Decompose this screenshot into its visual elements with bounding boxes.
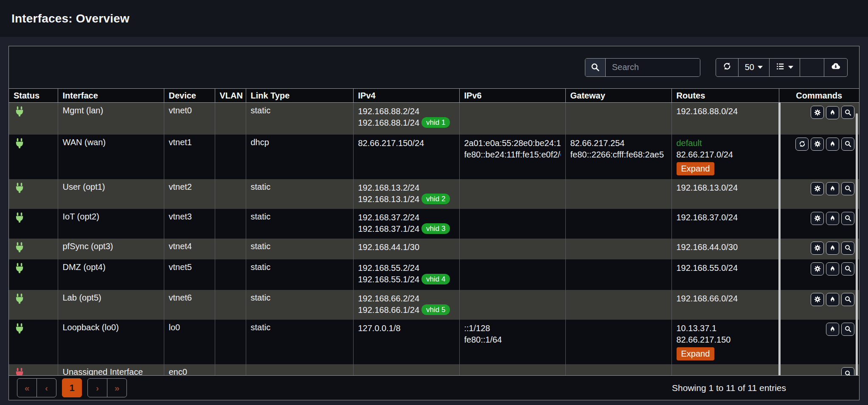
plug-up-icon [14, 142, 25, 151]
route-entry: 192.168.44.0/30 [677, 242, 774, 253]
gear-command-button[interactable] [811, 242, 824, 255]
search-command-button[interactable] [841, 106, 854, 119]
ipv6-cell [459, 179, 565, 209]
column-header-link-type[interactable]: Link Type [246, 89, 353, 103]
search-command-button[interactable] [841, 262, 854, 276]
gear-command-button[interactable] [811, 262, 824, 276]
column-header-status[interactable]: Status [9, 89, 58, 103]
search-icon [844, 325, 852, 333]
table-row[interactable]: IoT (opt2)vtnet3static192.168.37.2/24192… [9, 209, 859, 239]
search-command-button[interactable] [841, 138, 854, 151]
previous-page-button[interactable]: ‹ [37, 378, 56, 397]
vlan-cell [215, 179, 246, 209]
table-row[interactable]: DMZ (opt4)vtnet5static192.168.55.2/24192… [9, 259, 859, 290]
fire-command-button[interactable] [826, 212, 839, 225]
search-command-button[interactable] [841, 293, 854, 306]
link-type-cell: static [246, 259, 353, 290]
plug-up-icon [14, 110, 25, 119]
empty-toolbar-button[interactable] [800, 58, 824, 77]
route-entry: 192.168.88.0/24 [677, 106, 774, 117]
column-selection-dropdown[interactable] [769, 58, 800, 77]
page-size-value: 50 [745, 62, 754, 72]
fire-command-button[interactable] [826, 293, 839, 306]
fire-icon [829, 215, 836, 222]
first-page-button[interactable]: « [17, 378, 37, 397]
plug-up-icon [14, 216, 25, 225]
interface-cell: pfSync (opt3) [58, 239, 164, 259]
routes-cell: 192.168.37.0/24 [671, 209, 779, 239]
column-header-interface[interactable]: Interface [58, 89, 164, 103]
column-header-commands[interactable]: Commands [779, 89, 859, 103]
fire-icon [829, 245, 836, 252]
fire-command-button[interactable] [826, 242, 839, 255]
status-cell [9, 320, 58, 364]
gateway-cell [565, 209, 671, 239]
device-cell: lo0 [164, 320, 215, 364]
plug-up-icon [14, 327, 25, 336]
page-size-dropdown[interactable]: 50 [738, 58, 770, 77]
gear-command-button[interactable] [811, 182, 824, 195]
expand-routes-button[interactable]: Expand [677, 347, 715, 360]
vlan-cell [215, 290, 246, 320]
search-command-button[interactable] [841, 242, 854, 255]
table-inner-scrollbar[interactable] [778, 102, 781, 376]
ipv6-address: ::1/128 [464, 323, 561, 334]
gateway-address: 82.66.217.254 [570, 138, 667, 149]
ipv6-cell [459, 239, 565, 259]
refresh-button[interactable] [716, 58, 739, 77]
column-header-gateway[interactable]: Gateway [565, 89, 671, 103]
column-header-device[interactable]: Device [164, 89, 215, 103]
refresh-icon [722, 62, 732, 73]
export-download-button[interactable] [824, 58, 848, 77]
vlan-cell [215, 103, 246, 135]
search-command-button[interactable] [841, 323, 854, 336]
fire-command-button[interactable] [826, 138, 839, 151]
search-command-button[interactable] [841, 182, 854, 195]
table-row[interactable]: Loopback (lo0)lo0static127.0.0.1/8::1/12… [9, 320, 859, 364]
ipv4-address: 192.168.13.2/24 [358, 182, 455, 194]
fire-command-button[interactable] [826, 182, 839, 195]
column-header-ipv6[interactable]: IPv6 [459, 89, 565, 103]
column-header-ipv4[interactable]: IPv4 [353, 89, 459, 103]
routes-cell: default82.66.217.0/24Expand [671, 135, 779, 179]
fire-command-button[interactable] [826, 323, 839, 336]
ipv6-cell [459, 290, 565, 320]
table-row[interactable]: WAN (wan)vtnet1dhcp82.66.217.150/242a01:… [9, 135, 859, 179]
search-input[interactable] [606, 59, 700, 76]
table-row[interactable]: pfSync (opt3)vtnet4static192.168.44.1/30… [9, 239, 859, 259]
search-icon [844, 214, 852, 222]
gateway-address: fe80::2266:cfff:fe68:2ae5 [570, 149, 667, 160]
gear-command-button[interactable] [811, 293, 824, 306]
refresh-command-button[interactable] [795, 138, 809, 151]
next-page-button[interactable]: › [87, 378, 107, 397]
gateway-cell [565, 320, 671, 364]
search-icon [844, 244, 852, 252]
ipv4-cell: 192.168.66.2/24192.168.66.1/24vhid 5 [353, 290, 459, 320]
gear-command-button[interactable] [811, 212, 824, 225]
table-row[interactable]: Lab (opt5)vtnet6static192.168.66.2/24192… [9, 290, 859, 320]
status-cell [9, 290, 58, 320]
ipv4-address: 127.0.0.1/8 [358, 323, 455, 334]
expand-routes-button[interactable]: Expand [677, 162, 715, 175]
table-row[interactable]: User (opt1)vtnet2static192.168.13.2/2419… [9, 179, 859, 209]
gear-command-button[interactable] [811, 106, 824, 119]
fire-command-button[interactable] [826, 106, 839, 119]
gear-command-button[interactable] [811, 138, 824, 151]
ipv4-address: 82.66.217.150/24 [358, 138, 455, 149]
ipv4-address: 192.168.66.2/24 [358, 293, 455, 304]
search-icon [844, 109, 852, 116]
gear-icon [814, 140, 821, 148]
page-1-button[interactable]: 1 [62, 378, 82, 397]
interface-cell: Mgmt (lan) [58, 103, 164, 135]
fire-command-button[interactable] [826, 262, 839, 276]
link-type-cell: static [246, 209, 353, 239]
plug-up-icon [14, 297, 25, 307]
search-command-button[interactable] [841, 212, 854, 225]
column-header-vlan[interactable]: VLAN [215, 89, 246, 103]
column-header-routes[interactable]: Routes [671, 89, 779, 103]
table-right-scrollbar[interactable] [856, 113, 858, 376]
table-row[interactable]: Mgmt (lan)vtnet0static192.168.88.2/24192… [9, 103, 859, 135]
vhid-badge: vhid 4 [421, 274, 450, 284]
last-page-button[interactable]: » [107, 378, 127, 397]
ipv6-address: fe80::1/64 [464, 334, 561, 346]
